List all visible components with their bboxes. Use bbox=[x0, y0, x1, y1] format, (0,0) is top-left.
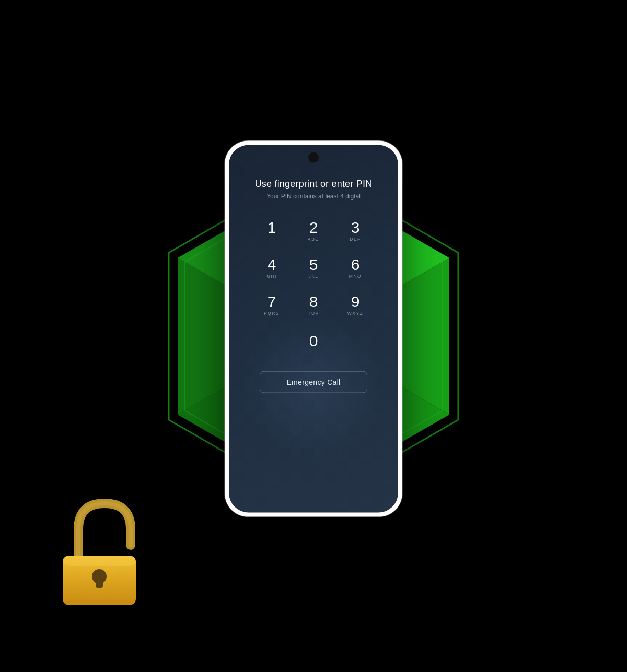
key-0[interactable]: 0 bbox=[309, 327, 318, 360]
screen-content: Use fingerprint or enter PIN Your PIN co… bbox=[229, 162, 398, 512]
key-3[interactable]: 3 DEF bbox=[334, 214, 376, 247]
key-8[interactable]: 8 TUV bbox=[293, 288, 334, 321]
key-4[interactable]: 4 GHI bbox=[251, 251, 293, 284]
keypad-zero-row: 0 bbox=[309, 327, 318, 360]
key-2[interactable]: 2 ABC bbox=[293, 214, 334, 247]
key-6[interactable]: 6 MNO bbox=[334, 251, 376, 284]
pin-title: Use fingerprint or enter PIN bbox=[255, 178, 373, 189]
key-5[interactable]: 5 JKL bbox=[293, 251, 334, 284]
lock-icon-wrapper bbox=[47, 493, 152, 608]
svg-rect-15 bbox=[96, 576, 103, 588]
key-7[interactable]: 7 PQRS bbox=[251, 288, 293, 321]
key-1[interactable]: 1 bbox=[251, 214, 293, 247]
keypad-grid: 1 2 ABC 3 DEF 4 bbox=[251, 214, 376, 321]
lock-shackle bbox=[78, 503, 131, 561]
emergency-call-button[interactable]: Emergency Call bbox=[260, 371, 367, 393]
lock-icon bbox=[47, 493, 152, 608]
phone-wrapper: Use fingerprint or enter PIN Your PIN co… bbox=[225, 140, 402, 516]
key-9[interactable]: 9 WXYZ bbox=[334, 288, 376, 321]
scene: Use fingerprint or enter PIN Your PIN co… bbox=[78, 49, 549, 623]
phone-frame: Use fingerprint or enter PIN Your PIN co… bbox=[225, 140, 402, 516]
camera-notch bbox=[308, 152, 319, 162]
phone-screen: Use fingerprint or enter PIN Your PIN co… bbox=[229, 145, 398, 512]
svg-rect-16 bbox=[63, 556, 136, 566]
title-section: Use fingerprint or enter PIN Your PIN co… bbox=[255, 178, 373, 199]
pin-subtitle: Your PIN contains at least 4 digtal bbox=[255, 192, 373, 199]
